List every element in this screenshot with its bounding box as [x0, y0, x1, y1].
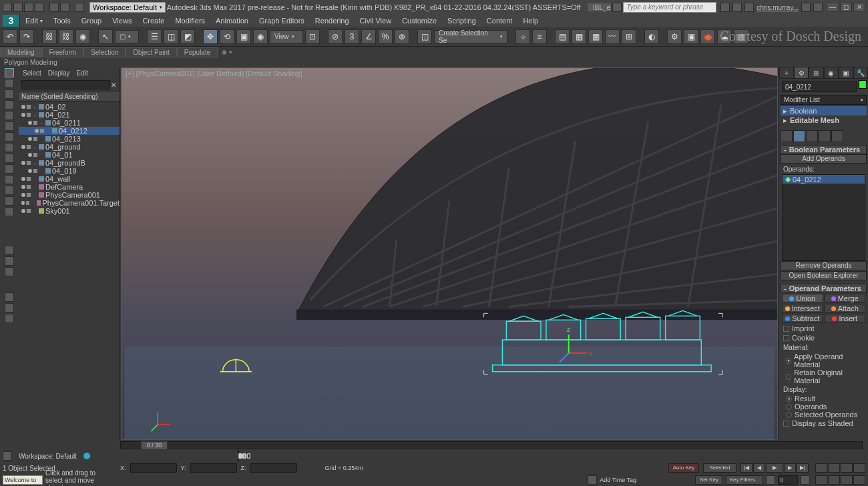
- set-key-button[interactable]: Set Key: [695, 475, 723, 485]
- scene-explorer-button[interactable]: ▦: [572, 29, 586, 44]
- display-tab-icon[interactable]: ▣: [839, 67, 853, 79]
- align-button[interactable]: ≡: [532, 29, 547, 44]
- next-frame-icon[interactable]: ▶: [784, 463, 796, 473]
- ls-spacewarps-icon[interactable]: [5, 154, 14, 163]
- ls-flat-icon[interactable]: [5, 89, 14, 99]
- pivot-button[interactable]: ⊡: [305, 29, 320, 44]
- ribbon-object-paint[interactable]: Object Paint: [126, 47, 176, 57]
- ls-groups-icon[interactable]: [5, 164, 14, 174]
- curve-editor[interactable]: 〰: [605, 29, 620, 44]
- operands-list[interactable]: ◆04_0212: [782, 174, 865, 261]
- sp-tab-edit[interactable]: Edit: [77, 69, 88, 77]
- auto-key-button[interactable]: Auto Key: [668, 463, 699, 473]
- prev-frame-icon[interactable]: ◀: [753, 463, 765, 473]
- motion-tab-icon[interactable]: ◉: [824, 67, 839, 79]
- nav-walk-icon[interactable]: [841, 475, 853, 485]
- ls-containers-icon[interactable]: [5, 196, 14, 206]
- goto-end-icon[interactable]: ▶|: [797, 463, 809, 473]
- file-tab[interactable]: IBL_example_Dosch.ma...: [588, 3, 611, 11]
- ls-xrefs-icon[interactable]: [5, 175, 14, 184]
- tree-row[interactable]: 04_0212: [19, 127, 120, 135]
- menu-rendering[interactable]: Rendering: [310, 15, 355, 27]
- pin-stack-icon[interactable]: [781, 130, 793, 142]
- menu-views[interactable]: Views: [107, 15, 137, 27]
- nav-fov-icon[interactable]: [841, 463, 853, 473]
- ls-lights-icon[interactable]: [5, 121, 14, 131]
- maxscript-listener[interactable]: Welcome to M: [3, 475, 43, 485]
- menu-civil-view[interactable]: Civil View: [355, 15, 397, 27]
- coord-dropdown[interactable]: View: [270, 30, 303, 43]
- scale-button[interactable]: ▣: [236, 29, 251, 44]
- tree-row[interactable]: PhysCamera001: [19, 191, 120, 199]
- sp-tab-select[interactable]: Select: [23, 69, 41, 77]
- rotate-button[interactable]: ⟲: [220, 29, 234, 44]
- tree-row[interactable]: -04_0211: [19, 119, 120, 127]
- lock-icon[interactable]: [588, 475, 597, 485]
- undo-button[interactable]: ↶: [3, 29, 17, 44]
- search-input[interactable]: [626, 3, 713, 11]
- menu-modifiers[interactable]: Modifiers: [170, 15, 210, 27]
- config-mod-icon[interactable]: [831, 130, 843, 142]
- workspace-dropdown[interactable]: Workspace: Default▾: [89, 2, 166, 13]
- time-slider[interactable]: 0 / 30: [0, 441, 868, 450]
- sp-tab-display[interactable]: Display: [48, 69, 70, 77]
- remove-operands-button[interactable]: Remove Operands: [781, 261, 867, 270]
- rollout-header-boolean[interactable]: -Boolean Parameters: [781, 145, 867, 154]
- op-intersect[interactable]: Intersect: [782, 304, 823, 313]
- ribbon-expand-icon[interactable]: ◉ ▾: [222, 49, 232, 55]
- save-icon[interactable]: [35, 3, 44, 12]
- schematic-view[interactable]: ⊞: [622, 29, 636, 44]
- menu-scripting[interactable]: Scripting: [442, 15, 481, 27]
- play-icon[interactable]: ▶: [766, 463, 783, 473]
- tree-row[interactable]: PhysCamera001.Target: [19, 199, 120, 207]
- menu-help[interactable]: Help: [517, 15, 544, 27]
- search-box[interactable]: [623, 2, 716, 13]
- object-color-swatch[interactable]: [859, 80, 867, 89]
- viewport[interactable]: [+] [PhysCamera001] [User Defined] [Defa…: [121, 67, 778, 440]
- filter-dropdown[interactable]: ▢: [115, 30, 139, 43]
- ls-bones-icon[interactable]: [5, 186, 14, 195]
- ls-sort-icon[interactable]: [5, 314, 14, 323]
- ls-filter-icon[interactable]: [5, 303, 14, 312]
- ls-shapes-icon[interactable]: [5, 111, 14, 120]
- tree-row[interactable]: -04_021: [19, 111, 120, 119]
- op-union[interactable]: Union: [782, 294, 823, 303]
- frame-input[interactable]: [778, 475, 798, 485]
- op-subtract[interactable]: Subtract: [782, 314, 823, 323]
- add-time-tag[interactable]: Add Time Tag: [600, 477, 636, 483]
- ls-display-icon[interactable]: [5, 246, 14, 255]
- material-editor[interactable]: ◐: [644, 29, 659, 44]
- render-setup[interactable]: ⚙: [667, 29, 682, 44]
- nav-zoom-icon[interactable]: [815, 463, 827, 473]
- app-icon[interactable]: [3, 3, 12, 12]
- display-operands[interactable]: Operands: [781, 403, 867, 411]
- menu-content[interactable]: Content: [481, 15, 518, 27]
- create-tab-icon[interactable]: +: [779, 67, 794, 79]
- redo-button[interactable]: ↷: [19, 29, 34, 44]
- op-insert[interactable]: Insert: [825, 314, 866, 323]
- nav-max-icon[interactable]: [853, 475, 865, 485]
- percent-snap[interactable]: %: [378, 29, 393, 44]
- menu-group[interactable]: Group: [76, 15, 107, 27]
- mirror-button[interactable]: ⊘: [328, 29, 343, 44]
- scene-search-clear-icon[interactable]: ✕: [110, 81, 117, 89]
- key-mode-icon[interactable]: [766, 475, 775, 485]
- x-input[interactable]: [130, 463, 177, 473]
- ls-frozen-icon[interactable]: [5, 207, 14, 216]
- ls-explorer-icon[interactable]: [5, 68, 14, 77]
- goto-start-icon[interactable]: |◀: [740, 463, 752, 473]
- nav-zoomall-icon[interactable]: [828, 463, 840, 473]
- open-icon[interactable]: [24, 3, 33, 12]
- exchange-icon[interactable]: [801, 3, 811, 12]
- app-logo[interactable]: 3: [3, 15, 20, 27]
- selected-button[interactable]: Selected: [703, 463, 736, 473]
- modifier-list-dropdown[interactable]: Modifier List: [781, 95, 867, 105]
- scene-search-input[interactable]: [21, 80, 110, 89]
- open-boolean-explorer-button[interactable]: Open Boolean Explorer: [781, 271, 867, 280]
- imprint-check[interactable]: Imprint: [781, 324, 867, 333]
- retain-original-material[interactable]: Retain Original Material: [781, 369, 867, 385]
- add-operands-button[interactable]: Add Operands: [781, 154, 867, 164]
- named-sel-dropdown[interactable]: Create Selection Se: [434, 30, 507, 43]
- spinner-snap[interactable]: ⊕: [395, 29, 409, 44]
- tree-row[interactable]: 04_01: [19, 151, 120, 159]
